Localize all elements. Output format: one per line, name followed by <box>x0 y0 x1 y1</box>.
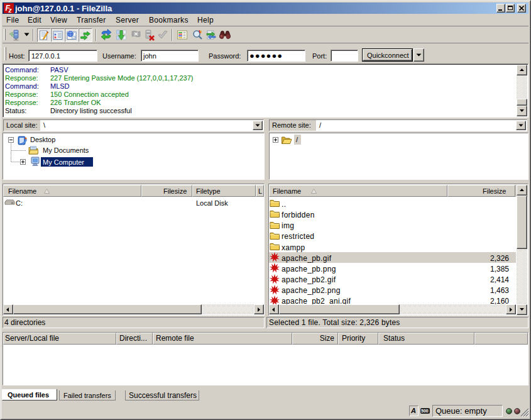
svg-text:z: z <box>8 7 12 14</box>
